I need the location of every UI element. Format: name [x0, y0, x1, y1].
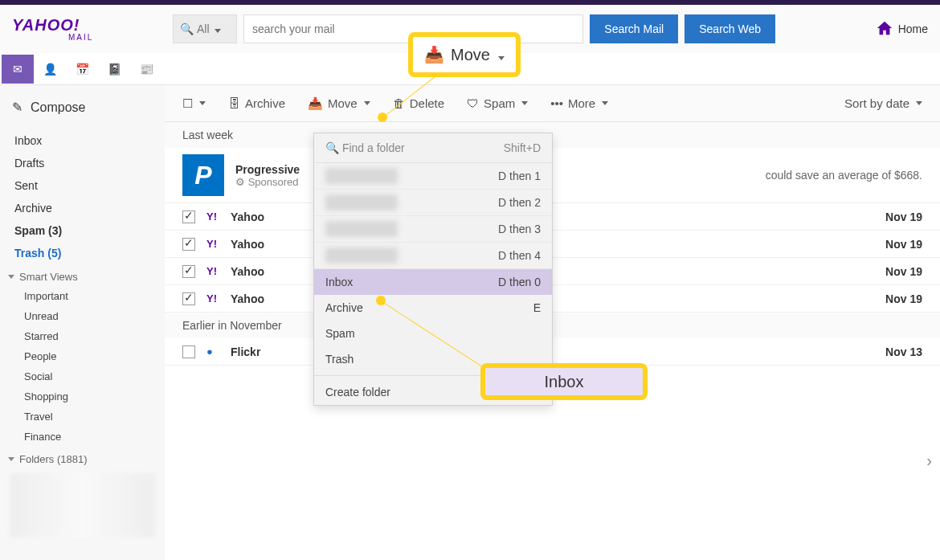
contacts-app-icon[interactable]: 👤 — [34, 55, 66, 84]
move-item-archive[interactable]: ArchiveE — [314, 295, 552, 321]
home-link[interactable]: Home — [876, 19, 928, 39]
move-to-folder-icon: 📥 — [424, 45, 444, 64]
search-scope-dropdown[interactable]: 🔍 All — [173, 14, 237, 43]
message-toolbar: ☐ 🗄 Archive 📥 Move 🗑 Delete 🛡 Spam ••• M… — [165, 85, 940, 122]
blurred-folder-name — [325, 194, 398, 211]
row-date: Nov 19 — [874, 265, 922, 278]
promo-logo: P — [182, 154, 224, 196]
sidebar-smartview[interactable]: Social — [0, 366, 165, 386]
reading-pane-toggle-icon[interactable]: › — [926, 452, 932, 470]
unread-dot-icon: ● — [206, 345, 219, 358]
sidebar-folder[interactable]: Archive — [0, 197, 165, 219]
row-from: Flickr — [231, 345, 303, 358]
sidebar-smartview[interactable]: People — [0, 346, 165, 366]
move-recent-item[interactable]: D then 1 — [314, 163, 552, 190]
move-button[interactable]: 📥 Move — [308, 96, 370, 111]
mail-app-icon[interactable]: ✉ — [2, 55, 34, 84]
sort-dropdown[interactable]: Sort by date — [844, 96, 922, 110]
pencil-icon: ✎ — [12, 100, 22, 115]
sidebar-smartview[interactable]: Travel — [0, 407, 165, 427]
row-from: Yahoo — [231, 211, 303, 223]
sidebar-smartview[interactable]: Starred — [0, 326, 165, 346]
row-date: Nov 19 — [874, 211, 922, 223]
sidebar-folder[interactable]: Trash (5) — [0, 242, 165, 264]
search-mail-button[interactable]: Search Mail — [590, 14, 678, 43]
row-checkbox[interactable] — [182, 211, 195, 223]
sidebar-folder[interactable]: Sent — [0, 174, 165, 197]
select-checkbox-dropdown[interactable]: ☐ — [182, 96, 206, 111]
yahoo-mail-logo: YAHOO! MAIL — [12, 16, 165, 42]
spam-button[interactable]: 🛡 Spam — [467, 96, 528, 110]
row-checkbox[interactable] — [182, 265, 195, 278]
more-icon: ••• — [550, 96, 563, 110]
row-date: Nov 13 — [874, 345, 922, 358]
annotation-dot — [376, 296, 386, 305]
row-from: Yahoo — [231, 292, 303, 305]
sidebar-smartview[interactable]: Unread — [0, 306, 165, 326]
find-folder-input[interactable]: 🔍 Find a folder Shift+D — [314, 133, 552, 163]
row-from: Yahoo — [231, 238, 303, 251]
promo-brand: Progressive — [235, 163, 300, 176]
sender-icon: Y! — [206, 265, 219, 277]
blurred-folder-name — [325, 247, 398, 264]
row-checkbox[interactable] — [182, 292, 195, 305]
row-date: Nov 19 — [874, 292, 922, 305]
annotation-dot — [378, 112, 387, 122]
sidebar: ✎ Compose InboxDraftsSentArchiveSpam (3)… — [0, 85, 165, 560]
notepad-app-icon[interactable]: 📓 — [98, 55, 130, 84]
sender-icon: Y! — [206, 292, 219, 305]
smart-views-header[interactable]: Smart Views — [0, 264, 165, 286]
home-icon — [876, 19, 893, 39]
sidebar-folder[interactable]: Inbox — [0, 129, 165, 152]
archive-icon: 🗄 — [228, 96, 240, 110]
blurred-folder-name — [325, 221, 398, 237]
row-checkbox[interactable] — [182, 345, 195, 358]
blurred-folder-name — [325, 168, 398, 184]
annotation-callout-move: 📥 Move — [408, 32, 521, 77]
move-to-folder-icon: 📥 — [308, 96, 323, 111]
search-web-button[interactable]: Search Web — [685, 14, 775, 43]
folders-header[interactable]: Folders (1881) — [0, 447, 165, 468]
shield-icon: 🛡 — [467, 96, 479, 110]
more-button[interactable]: ••• More — [550, 96, 608, 110]
row-checkbox[interactable] — [182, 238, 195, 251]
move-recent-item[interactable]: D then 4 — [314, 243, 552, 269]
sidebar-smartview[interactable]: Important — [0, 286, 165, 306]
shortcut-label: Shift+D — [504, 141, 541, 154]
sender-icon: Y! — [206, 238, 219, 250]
row-from: Yahoo — [231, 265, 303, 278]
sidebar-smartview[interactable]: Finance — [0, 427, 165, 447]
compose-button[interactable]: ✎ Compose — [0, 93, 165, 129]
sender-icon: Y! — [206, 211, 219, 223]
sidebar-folder[interactable]: Spam (3) — [0, 219, 165, 242]
move-recent-item[interactable]: D then 3 — [314, 216, 552, 243]
news-app-icon[interactable]: 📰 — [130, 55, 162, 84]
annotation-callout-inbox: Inbox — [480, 363, 648, 400]
move-item-spam[interactable]: Spam — [314, 321, 552, 346]
move-item-inbox[interactable]: InboxD then 0 — [314, 269, 552, 295]
move-recent-item[interactable]: D then 2 — [314, 190, 552, 216]
promo-sponsored-label: ⚙ Sponsored — [235, 176, 300, 188]
sidebar-smartview[interactable]: Shopping — [0, 386, 165, 407]
archive-button[interactable]: 🗄 Archive — [228, 96, 285, 110]
search-icon: 🔍 — [325, 141, 339, 154]
folder-list-placeholder — [10, 473, 155, 538]
row-date: Nov 19 — [874, 238, 922, 251]
sidebar-folder[interactable]: Drafts — [0, 152, 165, 174]
calendar-app-icon[interactable]: 📅 — [66, 55, 98, 84]
search-icon: 🔍 — [180, 22, 194, 35]
